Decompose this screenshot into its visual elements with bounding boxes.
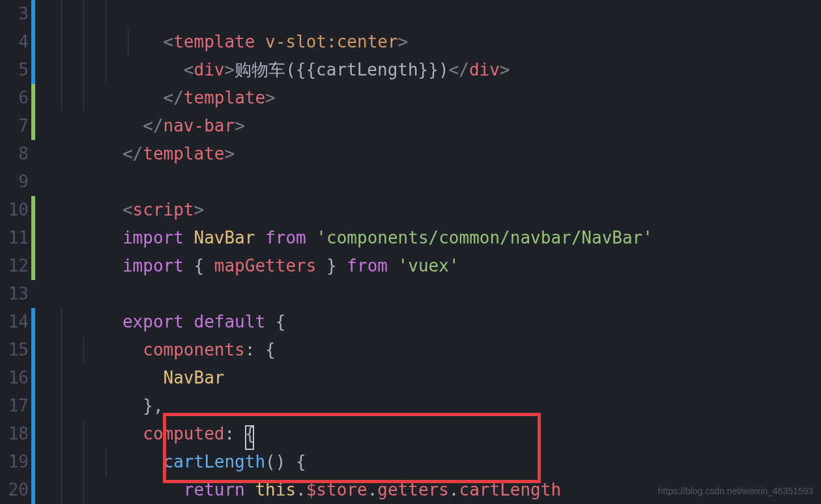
line-number: 20 [0, 476, 31, 504]
code-line[interactable]: components: { [61, 308, 821, 336]
line-number: 3 [0, 0, 31, 28]
code-line[interactable]: <template v-slot:center> [61, 0, 821, 28]
code-line[interactable]: <div>购物车({{cartLength}})</div> [61, 28, 821, 56]
line-number: 14 [0, 308, 31, 336]
code-line[interactable]: import { mapGetters } from 'vuex' [61, 224, 821, 252]
code-line[interactable]: export default { [61, 280, 821, 308]
line-number-gutter: 3 4 5 6 7 8 9 10 11 12 13 14 15 16 17 18… [0, 0, 31, 504]
line-number: 4 [0, 28, 31, 56]
code-line[interactable]: return this.$store.getters.cartLength [61, 448, 821, 476]
code-line[interactable]: }, [61, 364, 821, 392]
code-line[interactable]: </nav-bar> [61, 84, 821, 112]
code-line[interactable]: computed: { [61, 392, 821, 420]
line-number: 8 [0, 140, 31, 168]
code-editor[interactable]: 3 4 5 6 7 8 9 10 11 12 13 14 15 16 17 18… [0, 0, 821, 504]
line-number: 7 [0, 112, 31, 140]
code-line[interactable]: </template> [61, 112, 821, 140]
code-line[interactable] [61, 140, 821, 168]
code-line[interactable] [61, 252, 821, 280]
line-number: 5 [0, 56, 31, 84]
line-number: 13 [0, 280, 31, 308]
line-number: 15 [0, 336, 31, 364]
code-line[interactable]: NavBar [61, 336, 821, 364]
line-number: 18 [0, 420, 31, 448]
line-number: 11 [0, 224, 31, 252]
code-line[interactable]: <script> [61, 168, 821, 196]
watermark: https://blog.csdn.net/weixin_46351593 [658, 486, 813, 496]
line-number: 6 [0, 84, 31, 112]
line-number: 16 [0, 364, 31, 392]
line-number: 9 [0, 168, 31, 196]
line-number: 19 [0, 448, 31, 476]
line-number: 10 [0, 196, 31, 224]
line-number: 12 [0, 252, 31, 280]
code-line[interactable]: import NavBar from 'components/common/na… [61, 196, 821, 224]
line-number: 17 [0, 392, 31, 420]
code-line[interactable]: cartLength() { [61, 420, 821, 448]
code-content[interactable]: <template v-slot:center> <div>购物车({{cart… [35, 0, 821, 504]
code-line[interactable]: </template> [61, 56, 821, 84]
